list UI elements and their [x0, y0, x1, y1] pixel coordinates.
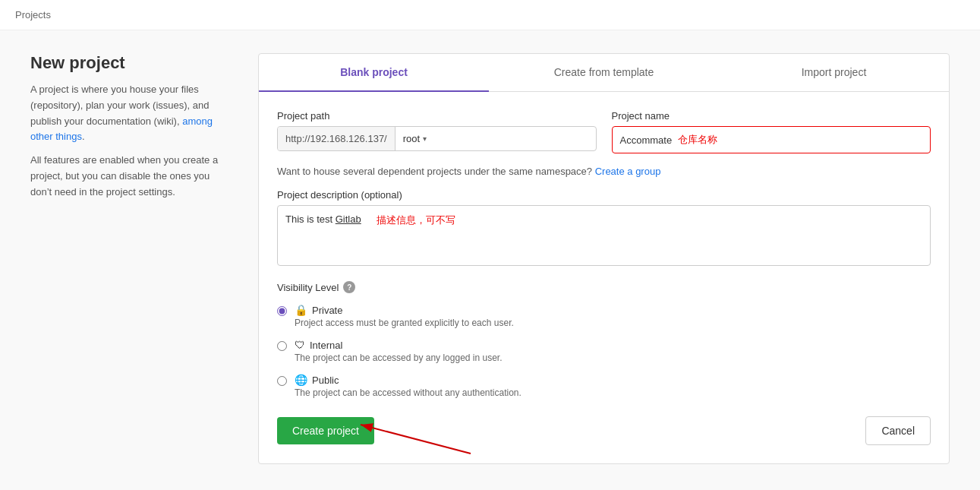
breadcrumb: Projects — [0, 0, 980, 30]
visibility-public-option: 🌐 Public The project can be accessed wit… — [277, 374, 931, 398]
project-name-value: Accommate — [620, 134, 673, 146]
project-name-label: Project name — [612, 110, 931, 122]
project-name-annotation: 仓库名称 — [678, 133, 717, 147]
visibility-title: Visibility Level ? — [277, 281, 931, 293]
form-actions: Create project Cancel — [277, 416, 931, 445]
project-path-group: Project path http://192.168.126.137/ roo… — [277, 110, 597, 151]
visibility-internal-content: 🛡 Internal The project can be accessed b… — [295, 339, 503, 363]
visibility-private-label: 🔒 Private — [295, 304, 514, 316]
description-textarea-container: This is test Gitlab 描述信息，可不写 — [277, 205, 931, 266]
shield-icon: 🛡 — [295, 339, 305, 351]
visibility-public-desc: The project can be accessed without any … — [295, 387, 522, 398]
description-textarea[interactable]: This is test Gitlab 描述信息，可不写 — [277, 205, 931, 266]
visibility-private-content: 🔒 Private Project access must be granted… — [295, 304, 514, 328]
namespace-value: root — [403, 133, 420, 144]
project-path-label: Project path — [277, 110, 597, 122]
visibility-private-option: 🔒 Private Project access must be granted… — [277, 304, 931, 328]
create-group-link[interactable]: Create a group — [595, 166, 661, 177]
description-value: This is test Gitlab — [285, 213, 361, 258]
project-name-group: Project name Accommate 仓库名称 — [612, 110, 931, 153]
visibility-private-desc: Project access must be granted explicitl… — [295, 318, 514, 328]
tabs: Blank project Create from template Impor… — [259, 54, 949, 92]
lock-icon: 🔒 — [295, 304, 307, 316]
visibility-public-radio[interactable] — [277, 376, 287, 386]
left-panel: New project A project is where you house… — [30, 53, 228, 464]
help-icon[interactable]: ? — [343, 281, 355, 293]
tab-blank-project[interactable]: Blank project — [259, 54, 489, 92]
svg-line-1 — [361, 425, 471, 454]
page-title: New project — [30, 53, 228, 73]
visibility-section: Visibility Level ? 🔒 Private Project acc… — [277, 281, 931, 398]
visibility-public-label: 🌐 Public — [295, 374, 522, 386]
cancel-button[interactable]: Cancel — [865, 416, 931, 445]
visibility-internal-radio[interactable] — [277, 341, 287, 351]
namespace-info: Want to house several dependent projects… — [277, 166, 931, 177]
namespace-selector[interactable]: root ▾ — [395, 128, 434, 149]
tab-import-project[interactable]: Import project — [719, 54, 949, 92]
form-body: Project path http://192.168.126.137/ roo… — [259, 92, 949, 463]
globe-icon: 🌐 — [295, 374, 307, 386]
description-section: Project description (optional) This is t… — [277, 189, 931, 266]
breadcrumb-label: Projects — [15, 9, 51, 21]
description-annotation: 描述信息，可不写 — [377, 213, 455, 258]
project-name-input[interactable]: Accommate 仓库名称 — [612, 126, 931, 153]
visibility-public-content: 🌐 Public The project can be accessed wit… — [295, 374, 522, 398]
visibility-private-radio[interactable] — [277, 306, 287, 316]
path-input-row: http://192.168.126.137/ root ▾ — [277, 126, 597, 151]
chevron-down-icon: ▾ — [423, 134, 427, 143]
visibility-internal-desc: The project can be accessed by any logge… — [295, 352, 503, 363]
description-label: Project description (optional) — [277, 189, 931, 201]
visibility-internal-label: 🛡 Internal — [295, 339, 503, 351]
create-project-button[interactable]: Create project — [277, 417, 374, 444]
tab-create-from-template[interactable]: Create from template — [489, 54, 719, 92]
description-para2: All features are enabled when you create… — [30, 153, 228, 200]
path-name-row: Project path http://192.168.126.137/ roo… — [277, 110, 931, 153]
description-para1: A project is where you house your files … — [30, 82, 228, 145]
right-panel: Blank project Create from template Impor… — [258, 53, 950, 464]
visibility-internal-option: 🛡 Internal The project can be accessed b… — [277, 339, 931, 363]
path-base: http://192.168.126.137/ — [278, 127, 395, 150]
